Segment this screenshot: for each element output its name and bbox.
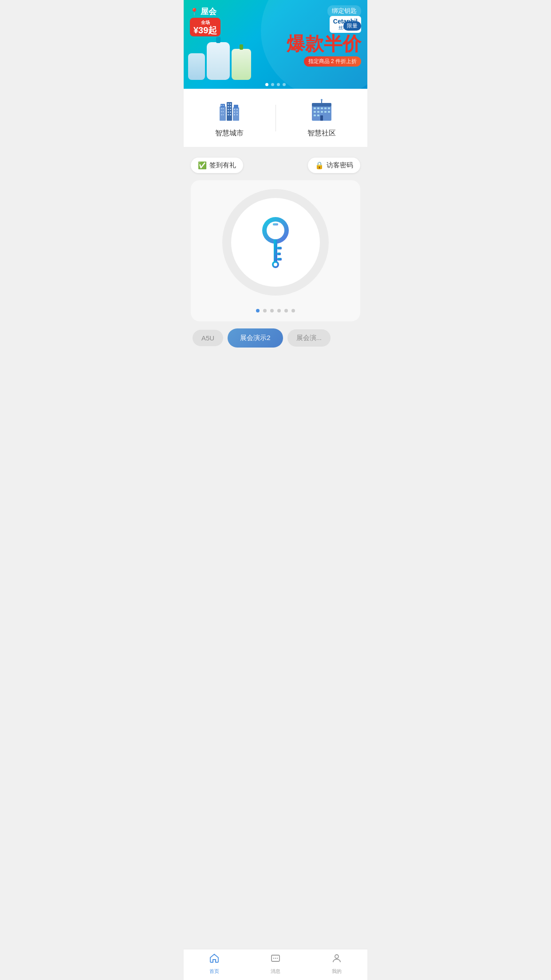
key-carousel[interactable]	[191, 180, 360, 321]
checkin-button[interactable]: ✅ 签到有礼	[191, 158, 243, 173]
promo-text: 限量 爆款半价 指定商品 2 件折上折	[287, 21, 361, 67]
key-circle-outer	[222, 189, 329, 296]
price-badge: 全场 ¥39起	[190, 18, 220, 36]
carousel-dot-5	[284, 309, 288, 312]
carousel-dot-2	[263, 309, 267, 312]
carousel-dot-6	[291, 309, 295, 312]
svg-rect-33	[321, 107, 323, 109]
bottle-1	[188, 53, 205, 80]
svg-rect-5	[223, 108, 224, 109]
svg-rect-23	[234, 109, 235, 110]
banner-dot-3	[277, 83, 280, 86]
svg-rect-28	[236, 114, 238, 115]
svg-rect-9	[223, 114, 224, 115]
svg-rect-7	[223, 111, 224, 112]
category-smart-community[interactable]: 智慧社区	[276, 98, 368, 138]
svg-rect-41	[314, 115, 316, 116]
svg-rect-27	[234, 114, 235, 115]
checkin-label: 签到有礼	[209, 161, 236, 170]
category-section: 智慧城市	[184, 89, 367, 147]
svg-rect-14	[230, 106, 231, 107]
visitor-icon: 🔒	[315, 161, 324, 170]
svg-rect-8	[221, 114, 222, 115]
svg-rect-36	[314, 111, 316, 113]
svg-rect-40	[328, 111, 330, 113]
smart-city-label: 智慧城市	[215, 129, 244, 138]
carousel-dot-1	[256, 309, 260, 312]
banner-location: 📍 屋会	[190, 6, 216, 17]
banner-dot-2	[271, 83, 274, 86]
carousel-dot-4	[277, 309, 281, 312]
svg-rect-52	[273, 223, 278, 225]
smart-community-icon	[308, 98, 335, 124]
location-icon: 📍	[190, 8, 199, 16]
svg-rect-39	[324, 111, 327, 113]
svg-rect-26	[236, 111, 238, 113]
carousel-dots	[256, 309, 295, 312]
key-circle-inner	[231, 198, 320, 287]
smart-city-icon	[216, 98, 243, 124]
svg-rect-13	[228, 106, 229, 107]
banner-dot-4	[283, 83, 286, 86]
svg-rect-3	[223, 105, 224, 106]
svg-rect-15	[228, 109, 229, 110]
svg-rect-17	[228, 111, 229, 113]
svg-rect-37	[317, 111, 319, 113]
smart-community-label: 智慧社区	[307, 129, 336, 138]
svg-rect-20	[230, 114, 231, 115]
action-buttons: ✅ 签到有礼 🔒 访客密码	[191, 158, 360, 173]
bottle-3	[232, 49, 251, 80]
banner-dots	[265, 83, 286, 86]
tab-demo3[interactable]: 展会演...	[287, 329, 331, 347]
svg-rect-11	[228, 103, 229, 105]
svg-rect-42	[317, 115, 319, 116]
svg-rect-16	[230, 109, 231, 110]
tab-demo2[interactable]: 展会演示2	[228, 328, 283, 348]
checkin-icon: ✅	[198, 161, 207, 170]
visitor-label: 访客密码	[327, 161, 353, 170]
svg-rect-49	[277, 247, 282, 249]
svg-rect-25	[234, 111, 235, 113]
svg-rect-6	[221, 111, 222, 112]
category-smart-city[interactable]: 智慧城市	[184, 98, 276, 138]
svg-rect-43	[320, 115, 323, 121]
tab-selector: A5U 展会演示2 展会演...	[191, 328, 360, 348]
svg-rect-24	[236, 109, 238, 110]
svg-rect-50	[277, 253, 281, 255]
svg-rect-38	[321, 111, 323, 113]
svg-rect-22	[234, 105, 238, 108]
svg-rect-34	[324, 107, 327, 109]
product-bottles	[188, 42, 251, 80]
svg-rect-4	[221, 108, 222, 109]
svg-rect-19	[228, 114, 229, 115]
svg-rect-10	[227, 102, 232, 121]
svg-point-45	[321, 99, 323, 101]
carousel-dot-3	[270, 309, 274, 312]
svg-rect-51	[277, 258, 282, 261]
svg-rect-31	[314, 107, 316, 109]
svg-rect-2	[221, 105, 222, 106]
bottle-2	[207, 42, 230, 80]
svg-rect-18	[230, 111, 231, 113]
promo-banner[interactable]: 📍 屋会 全场 ¥39起 绑定钥匙 Cetaphil 丝塔芙 限量 爆款半价 指	[184, 0, 367, 89]
visitor-code-button[interactable]: 🔒 访客密码	[308, 158, 360, 173]
key-icon	[253, 213, 298, 271]
svg-rect-48	[274, 239, 277, 264]
banner-dot-1	[265, 83, 268, 86]
svg-rect-30	[312, 103, 331, 107]
svg-rect-12	[230, 103, 231, 105]
tab-a5u[interactable]: A5U	[193, 330, 223, 346]
svg-rect-35	[328, 107, 330, 109]
smart-section: ✅ 签到有礼 🔒 访客密码	[184, 150, 367, 355]
svg-rect-32	[317, 107, 319, 109]
bind-key-label[interactable]: 绑定钥匙	[327, 5, 361, 17]
svg-point-54	[274, 263, 277, 266]
